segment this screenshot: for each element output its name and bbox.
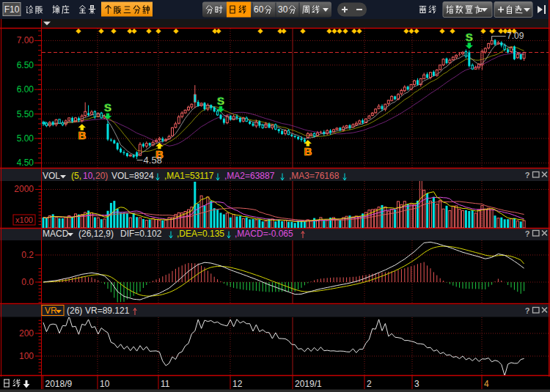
svg-text:x100: x100 <box>15 215 33 224</box>
svg-text:,MACD=-0.065: ,MACD=-0.065 <box>235 229 293 239</box>
svg-text:(26,12,9): (26,12,9) <box>78 229 114 239</box>
svg-text:0.0: 0.0 <box>21 277 34 287</box>
svg-text:5.00: 5.00 <box>17 133 34 144</box>
svg-text:7.09: 7.09 <box>507 31 524 41</box>
svg-text:6.00: 6.00 <box>17 84 34 95</box>
svg-text:100: 100 <box>19 351 34 361</box>
svg-text:S: S <box>104 101 111 114</box>
svg-text:2000: 2000 <box>14 184 34 194</box>
svg-text:S: S <box>466 31 473 43</box>
svg-text:5.50: 5.50 <box>17 109 34 119</box>
svg-text:4.58: 4.58 <box>144 155 162 166</box>
svg-text:2018/9: 2018/9 <box>45 379 73 389</box>
svg-text:DIF=0.102: DIF=0.102 <box>120 229 162 239</box>
svg-text:?: ? <box>525 306 530 315</box>
svg-text:,DEA=0.135: ,DEA=0.135 <box>177 229 224 239</box>
svg-text:10: 10 <box>100 379 110 389</box>
svg-text:B: B <box>78 129 86 141</box>
svg-text:?: ? <box>525 229 530 238</box>
svg-text:4.50: 4.50 <box>17 158 34 168</box>
svg-text:,MA1=53117: ,MA1=53117 <box>164 171 214 181</box>
svg-text:12: 12 <box>232 379 243 389</box>
svg-text:F10: F10 <box>4 4 20 15</box>
svg-text:11: 11 <box>161 379 170 389</box>
svg-text:(5,: (5, <box>71 171 81 181</box>
svg-text:0.2: 0.2 <box>21 250 34 260</box>
svg-text:MACD: MACD <box>43 229 69 239</box>
svg-text:20): 20) <box>95 171 108 181</box>
svg-text:B: B <box>304 145 312 158</box>
svg-text:VR=89.121: VR=89.121 <box>85 306 130 316</box>
svg-text:,MA2=63887: ,MA2=63887 <box>224 171 275 181</box>
svg-text:2019/1: 2019/1 <box>295 379 322 389</box>
svg-text:60: 60 <box>254 4 264 15</box>
svg-text:6.50: 6.50 <box>17 60 34 70</box>
svg-text:4: 4 <box>484 379 489 389</box>
svg-text:30: 30 <box>278 4 288 15</box>
svg-text:VOL=8924: VOL=8924 <box>111 171 154 181</box>
svg-text:S: S <box>217 95 224 107</box>
svg-text:?: ? <box>525 171 530 180</box>
svg-text:VR: VR <box>45 306 57 316</box>
svg-text:200: 200 <box>19 328 34 339</box>
svg-text:3: 3 <box>414 379 419 389</box>
svg-text:VOL: VOL <box>43 171 60 181</box>
svg-text:10,: 10, <box>83 171 95 181</box>
svg-text:7.00: 7.00 <box>17 35 34 45</box>
svg-text:2: 2 <box>367 379 372 389</box>
svg-text:(26): (26) <box>67 306 82 316</box>
svg-text:,MA3=76168: ,MA3=76168 <box>289 171 340 181</box>
